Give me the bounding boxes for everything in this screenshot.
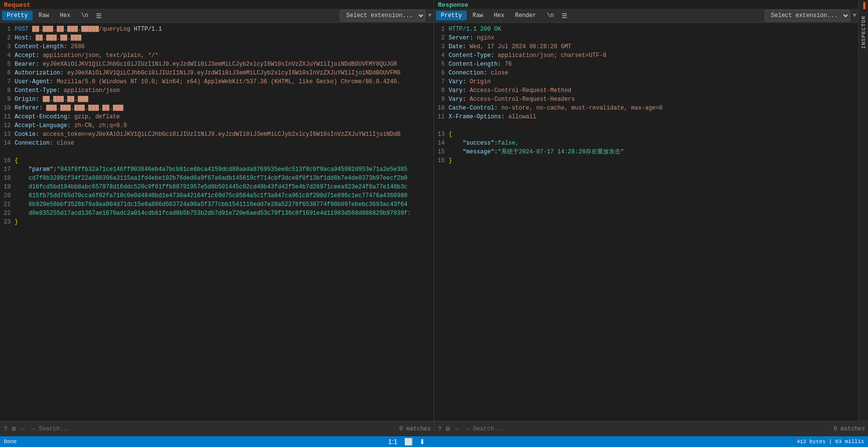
line-number: 19 — [0, 183, 15, 191]
line-text: } — [15, 218, 434, 226]
line-number: 16 — [434, 156, 449, 165]
request-line: 18 cd7f8b32891f34f22a888396a3115aa1fd4eb… — [0, 174, 434, 183]
line-text: Content-Length: 2686 — [15, 42, 434, 51]
search-matches-response: 0 matches — [833, 426, 865, 432]
tab-render-response[interactable]: Render — [510, 11, 541, 20]
line-number: 1 — [434, 25, 449, 34]
main-container: Request Pretty Raw Hex \n ☰ Select exten… — [0, 0, 868, 421]
request-line: 23} — [0, 218, 434, 226]
line-text: 615fb75dd765d70cca6f02fa710c0e0d4840bd1e… — [15, 191, 434, 200]
line-text: "message":"系统于2024-07-17 14:28:28存在重放攻击" — [449, 148, 858, 156]
zoom-1-1-btn[interactable]: 1:1 — [387, 437, 399, 446]
fit-width-btn[interactable]: ⬜ — [403, 437, 414, 446]
settings-icon-request[interactable]: ⚙ — [10, 425, 18, 433]
settings-icon-response[interactable]: ⚙ — [444, 425, 452, 433]
next-match-response[interactable]: → — [463, 425, 471, 433]
response-line: 7Vary: Origin — [434, 77, 858, 86]
line-text: POST ██.███.██.███.█████/queryLog HTTP/1… — [15, 25, 434, 34]
request-title-row: Request — [0, 0, 434, 9]
line-text: d10fcd5bd194bb8abc657978d16ddc520c9f61ff… — [15, 183, 434, 191]
request-line: 2Host: ██.███.██.███ — [0, 34, 434, 42]
line-number: 5 — [0, 60, 15, 69]
line-number: 3 — [434, 42, 449, 51]
request-line: 10Referer: ███.███.███.███.██.███ — [0, 104, 434, 112]
request-line: 4Accept: application/json, text/plain, *… — [0, 51, 434, 60]
search-input-response[interactable] — [473, 426, 831, 432]
response-search-bar: ? ⚙ ← → 0 matches — [434, 421, 868, 436]
line-text: Bearer: eyJ0eXAiOiJKV1QiLCJhbGci0iJIUzI1… — [15, 60, 434, 69]
response-line: 1HTTP/1.1 200 OK — [434, 25, 858, 34]
menu-icon-response[interactable]: ☰ — [560, 11, 569, 20]
line-number: 8 — [434, 86, 449, 95]
response-line: 6Connection: close — [434, 69, 858, 77]
tab-ln-response[interactable]: \n — [542, 11, 559, 20]
line-text: 6b929e56bbf3528b79a9aa004d71dc15e6a866d5… — [15, 200, 434, 209]
line-number — [434, 121, 449, 130]
request-content[interactable]: 1POST ██.███.██.███.█████/queryLog HTTP/… — [0, 23, 434, 421]
line-text: Accept-Encoding: gzip, deflate — [15, 112, 434, 121]
line-text: } — [449, 156, 858, 165]
line-text: { — [449, 130, 858, 139]
response-content[interactable]: 1HTTP/1.1 200 OK2Server: nginx3Date: Wed… — [434, 23, 858, 421]
request-line: 11Accept-Encoding: gzip, deflate — [0, 112, 434, 121]
inspector-label: INSPECTOR — [861, 16, 867, 49]
line-number — [0, 148, 15, 156]
line-text: Content-Length: 76 — [449, 60, 858, 69]
line-number: 5 — [434, 60, 449, 69]
request-line: 21 6b929e56bbf3528b79a9aa004d71dc15e6a86… — [0, 200, 434, 209]
line-text: d0e835255d17acd1367ae1670adc2a014cdb61fc… — [15, 209, 434, 218]
response-title-row: Response — [434, 0, 858, 9]
line-number: 12 — [0, 121, 15, 130]
line-text: Cache-Control: no-store, no-cache, must-… — [449, 104, 858, 112]
select-extension-request[interactable]: Select extension... — [340, 10, 425, 21]
tab-hex-request[interactable]: Hex — [55, 11, 75, 20]
response-line: 5Content-Length: 76 — [434, 60, 858, 69]
line-number: 4 — [434, 51, 449, 60]
tab-ln-request[interactable]: \n — [76, 11, 93, 20]
search-input-request[interactable] — [39, 426, 397, 432]
tab-raw-response[interactable]: Raw — [468, 11, 488, 20]
line-number: 22 — [0, 209, 15, 218]
fit-height-btn[interactable]: ⬇ — [418, 437, 427, 446]
menu-icon-request[interactable]: ☰ — [94, 11, 104, 20]
response-title: Response — [438, 1, 468, 9]
line-number: 10 — [0, 104, 15, 112]
request-line: 7User-Agent: Mozilla/5.0 (Windows NT 10.… — [0, 77, 434, 86]
tab-raw-request[interactable]: Raw — [34, 11, 54, 20]
line-text — [449, 121, 858, 130]
request-line: 9Origin: ██.███.██.███ — [0, 95, 434, 104]
line-number: 16 — [0, 156, 15, 165]
line-number: 15 — [434, 148, 449, 156]
line-text: Accept: application/json, text/plain, */… — [15, 51, 434, 60]
help-icon-request[interactable]: ? — [3, 425, 8, 433]
next-match-request[interactable]: → — [29, 425, 37, 433]
prev-match-response[interactable]: ← — [453, 425, 461, 433]
request-line: 6Authorization: eyJ0eXAiOiJKV1QiLCJhbGci… — [0, 69, 434, 77]
select-extension-response[interactable]: Select extension... — [765, 10, 850, 21]
tab-hex-response[interactable]: Hex — [489, 11, 509, 20]
inspector-icon: ▐ — [861, 2, 865, 10]
tab-pretty-request[interactable]: Pretty — [2, 11, 33, 20]
line-text: Authorization: eyJ0eXAiOiJKV1QiLCJhbGci0… — [15, 69, 434, 77]
line-number: 14 — [434, 139, 449, 148]
line-number: 17 — [0, 165, 15, 174]
line-text: X-Frame-Options: allowall — [449, 112, 858, 121]
request-line — [0, 148, 434, 156]
line-text: Vary: Access-Control-Request-Headers — [449, 95, 858, 104]
line-number: 2 — [0, 34, 15, 42]
line-number: 8 — [0, 86, 15, 95]
response-line: 10Cache-Control: no-store, no-cache, mus… — [434, 104, 858, 112]
request-line: 8Content-Type: application/json — [0, 86, 434, 95]
line-number: 6 — [0, 69, 15, 77]
help-icon-response[interactable]: ? — [437, 425, 443, 433]
prev-match-request[interactable]: ← — [19, 425, 27, 433]
line-number: 23 — [0, 218, 15, 226]
line-number: 21 — [0, 200, 15, 209]
line-number: 9 — [0, 95, 15, 104]
line-number: 11 — [0, 112, 15, 121]
line-number: 20 — [0, 191, 15, 200]
response-toolbar: Pretty Raw Hex Render \n ☰ Select extens… — [434, 9, 858, 23]
line-text: User-Agent: Mozilla/5.0 (Windows NT 10.0… — [15, 77, 434, 86]
request-line: 14Connection: close — [0, 139, 434, 148]
tab-pretty-response[interactable]: Pretty — [436, 11, 467, 20]
